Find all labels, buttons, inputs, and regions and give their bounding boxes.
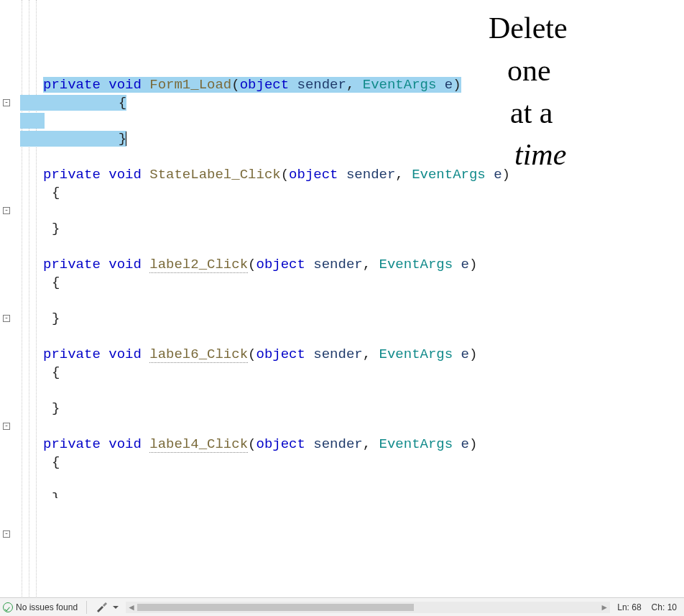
- fold-gutter: - - - - -: [0, 0, 20, 597]
- code-editor[interactable]: - - - - - private void Form1_Load(object…: [0, 0, 453, 597]
- fold-toggle[interactable]: -: [3, 530, 10, 538]
- blank-line[interactable]: [20, 112, 451, 130]
- scroll-track[interactable]: [137, 604, 598, 611]
- annotation-word: time: [514, 134, 675, 176]
- issues-status: No issues found: [16, 602, 78, 612]
- method-signature[interactable]: private void label2_Click(object sender,…: [20, 256, 451, 274]
- check-circle-icon: [3, 602, 13, 612]
- status-bar: No issues found ◄ ► Ln: 68 Ch: 10: [0, 597, 684, 616]
- annotation-word: at a: [510, 92, 675, 134]
- chevron-down-icon[interactable]: [113, 606, 119, 609]
- method-signature[interactable]: private void label6_Click(object sender,…: [20, 346, 451, 364]
- open-brace-line[interactable]: {: [20, 454, 451, 472]
- open-brace-line[interactable]: {: [20, 364, 451, 382]
- brush-icon[interactable]: [96, 602, 108, 613]
- text-caret: [126, 132, 126, 146]
- annotation-word: Delete: [489, 7, 675, 50]
- fold-toggle[interactable]: -: [3, 99, 10, 106]
- method-signature[interactable]: private void label4_Click(object sender,…: [20, 436, 451, 454]
- open-brace-line[interactable]: {: [20, 184, 451, 202]
- close-brace-line[interactable]: }: [20, 310, 451, 328]
- blank-line[interactable]: [20, 292, 451, 310]
- fold-toggle[interactable]: -: [3, 207, 10, 214]
- close-brace-line[interactable]: }: [20, 130, 451, 148]
- fold-toggle[interactable]: -: [3, 423, 10, 430]
- close-brace-line[interactable]: }: [20, 220, 451, 238]
- blank-line[interactable]: [20, 382, 451, 400]
- open-brace-line[interactable]: {: [20, 94, 451, 112]
- close-brace-line[interactable]: }: [20, 489, 451, 498]
- blank-line[interactable]: [20, 328, 451, 346]
- scroll-thumb[interactable]: [137, 604, 414, 611]
- handwritten-annotation: Delete one at a time: [489, 7, 675, 176]
- cursor-line: Ln: 68: [617, 602, 641, 612]
- open-brace-line[interactable]: {: [20, 274, 451, 292]
- blank-line[interactable]: [20, 148, 451, 166]
- method-signature[interactable]: private void StateLabel_Click(object sen…: [20, 166, 451, 184]
- scroll-right-arrow-icon[interactable]: ►: [598, 602, 610, 613]
- horizontal-scrollbar[interactable]: ◄ ►: [126, 602, 610, 613]
- cursor-column: Ch: 10: [652, 602, 677, 612]
- blank-line[interactable]: [20, 472, 451, 489]
- method-signature[interactable]: private void Form1_Load(object sender, E…: [20, 76, 451, 94]
- scroll-left-arrow-icon[interactable]: ◄: [126, 602, 137, 613]
- annotation-word: one: [507, 50, 675, 92]
- code-content[interactable]: private void Form1_Load(object sender, E…: [20, 76, 451, 498]
- fold-toggle[interactable]: -: [3, 315, 10, 322]
- blank-line[interactable]: [20, 238, 451, 256]
- blank-line[interactable]: [20, 418, 451, 436]
- blank-line[interactable]: [20, 202, 451, 220]
- close-brace-line[interactable]: }: [20, 400, 451, 418]
- divider: [86, 601, 87, 614]
